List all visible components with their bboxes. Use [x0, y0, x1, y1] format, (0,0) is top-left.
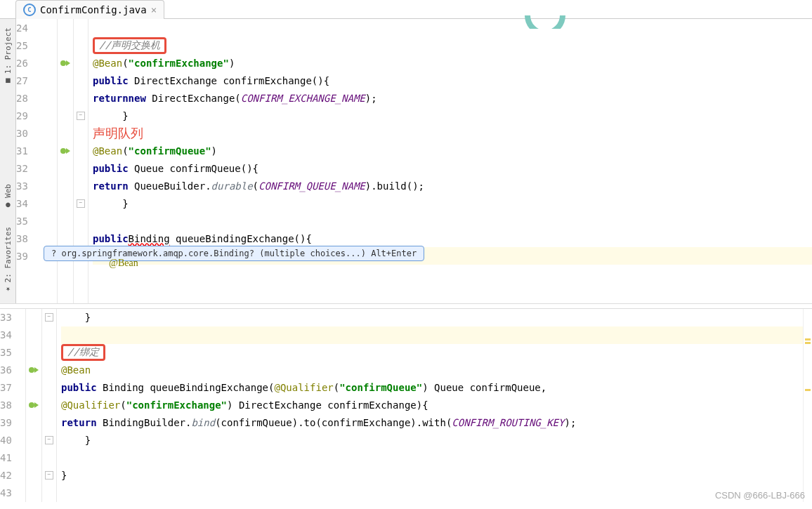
- line-number: 30: [16, 124, 50, 142]
- line-number: 39: [0, 414, 20, 432]
- tab-bar: C ConfirmConfig.java ×: [0, 0, 812, 19]
- fold-toggle[interactable]: −: [45, 471, 53, 480]
- favorites-tool-tab[interactable]: ★2: Favorites: [2, 221, 14, 300]
- code-line: public Queue confirmQueue(){: [93, 159, 812, 177]
- code-line: }: [61, 432, 803, 449]
- line-number: 38: [0, 397, 20, 414]
- fold-toggle[interactable]: −: [45, 313, 53, 322]
- line-number: 32: [16, 159, 50, 177]
- fold-toggle[interactable]: −: [77, 199, 85, 208]
- code-line: return QueueBuilder.durable(CONFIRM_QUEU…: [93, 177, 812, 194]
- spring-bean-icon[interactable]: [60, 145, 71, 157]
- line-number: 41: [0, 449, 20, 467]
- line-number: 29: [16, 107, 50, 124]
- code-line: }: [61, 309, 803, 326]
- code-line: 声明队列: [93, 124, 812, 142]
- svg-point-3: [29, 402, 34, 408]
- line-number: 37: [0, 379, 20, 397]
- fold-toggle[interactable]: −: [77, 112, 85, 120]
- code-line: }: [61, 467, 803, 484]
- error-stripe: [803, 309, 812, 502]
- line-number: 42: [0, 467, 20, 484]
- line-number: 36: [0, 362, 20, 379]
- svg-point-0: [60, 60, 66, 66]
- fold-toggle[interactable]: −: [45, 436, 53, 444]
- code-area-lower[interactable]: } //绑定 @Bean public Binding queueBinding…: [57, 309, 803, 502]
- line-number: 34: [16, 194, 50, 212]
- code-line: public DirectExchange confirmExchange(){: [93, 72, 812, 89]
- code-line: @Qualifier("confirmExchange") DirectExch…: [61, 397, 803, 414]
- code-line: @Bean("confirmExchange"): [93, 54, 812, 72]
- class-icon: C: [23, 4, 36, 16]
- project-tool-tab[interactable]: ■1: Project: [2, 22, 14, 91]
- line-number: 24: [16, 19, 50, 37]
- intention-hint-popup[interactable]: ? org.springframework.amqp.core.Binding?…: [44, 246, 424, 261]
- code-line: public Binding queueBindingExchange(@Qua…: [61, 379, 803, 397]
- watermark: CSDN @666-LBJ-666: [715, 490, 805, 501]
- fold-column-2: −−−: [42, 309, 57, 502]
- gutter-icon-column-2: [26, 309, 42, 502]
- code-line: //声明交换机: [93, 37, 812, 54]
- code-line: [61, 484, 803, 502]
- close-icon[interactable]: ×: [151, 4, 157, 15]
- line-number: 26: [16, 54, 50, 72]
- code-line: @Bean: [61, 362, 803, 379]
- line-number: 27: [16, 72, 50, 89]
- svg-point-1: [60, 148, 66, 154]
- code-line: }: [93, 107, 812, 124]
- line-number: 38: [16, 230, 50, 247]
- code-line: public Binding queueBindingExchange(){: [93, 230, 812, 247]
- spring-bean-icon[interactable]: [28, 399, 39, 411]
- line-number: 28: [16, 89, 50, 107]
- svg-point-2: [29, 367, 34, 373]
- code-line: return new DirectExchange(CONFIRM_EXCHAN…: [93, 89, 812, 107]
- code-line: return BindingBuilder.bind(confirmQueue)…: [61, 414, 803, 432]
- code-line: //绑定: [61, 344, 803, 362]
- web-tool-tab[interactable]: ●Web: [2, 178, 14, 216]
- code-line: [93, 212, 812, 230]
- line-number: 33: [16, 177, 50, 194]
- hint-text: ? org.springframework.amqp.core.Binding?…: [51, 249, 417, 258]
- obscured-line-37: @Bean: [109, 258, 138, 269]
- code-line: }: [93, 194, 812, 212]
- pane-splitter[interactable]: [0, 303, 812, 309]
- code-line: [61, 449, 803, 467]
- line-number: 40: [0, 432, 20, 449]
- line-number: 43: [0, 484, 20, 502]
- spring-bean-icon[interactable]: [60, 58, 71, 69]
- code-line: @Bean("confirmQueue"): [93, 142, 812, 159]
- lower-editor-pane: 3334353637383940414243 −−− } //绑定 @Bean …: [0, 309, 812, 502]
- line-number: 34: [0, 326, 20, 344]
- tab-filename: ConfirmConfig.java: [40, 4, 147, 15]
- code-line: [93, 19, 812, 37]
- spring-bean-icon[interactable]: [28, 364, 39, 376]
- line-number: 35: [16, 212, 50, 230]
- line-number: 35: [0, 344, 20, 362]
- decorative-arc: [524, 12, 566, 31]
- line-number: 25: [16, 37, 50, 54]
- line-number: 33: [0, 309, 20, 326]
- code-line: [61, 326, 803, 344]
- side-tool-tabs: ■1: Project ●Web ★2: Favorites: [0, 19, 16, 303]
- file-tab[interactable]: C ConfirmConfig.java ×: [15, 0, 164, 19]
- line-number: 31: [16, 142, 50, 159]
- line-number-gutter-2: 3334353637383940414243: [0, 309, 26, 502]
